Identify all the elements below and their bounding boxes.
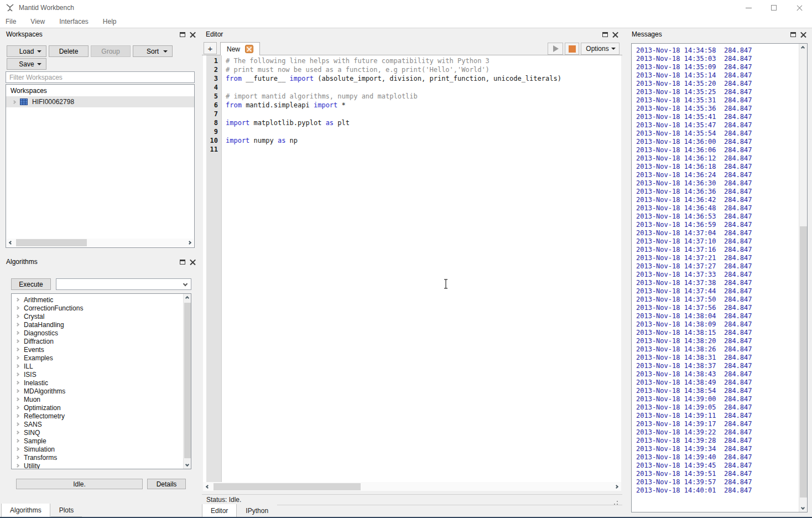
algorithm-category-row[interactable]: Crystal <box>12 312 191 320</box>
filter-workspaces-input[interactable] <box>6 71 195 83</box>
expand-chevron-icon[interactable] <box>12 100 16 103</box>
workspaces-horizontal-scrollbar[interactable] <box>7 239 194 247</box>
scrollbar-thumb[interactable] <box>800 226 807 498</box>
log-entry: 2013-Nov-18 14:39:40 284.847 <box>632 453 807 462</box>
scroll-up-icon[interactable] <box>801 46 805 50</box>
expand-chevron-icon[interactable] <box>15 314 19 318</box>
scroll-right-icon[interactable] <box>615 484 618 488</box>
algorithm-category-row[interactable]: Diffraction <box>12 337 191 345</box>
group-button[interactable]: Group <box>91 45 131 57</box>
scrollbar-thumb[interactable] <box>184 303 191 458</box>
editor-tab-new[interactable]: New <box>220 42 260 55</box>
close-panel-icon[interactable] <box>800 32 806 38</box>
menu-item-interfaces[interactable]: Interfaces <box>59 18 89 25</box>
expand-chevron-icon[interactable] <box>15 464 19 468</box>
menu-item-file[interactable]: File <box>6 18 16 25</box>
algorithm-category-row[interactable]: Events <box>12 345 191 354</box>
algorithm-category-row[interactable]: Simulation <box>12 445 191 453</box>
algorithm-category-row[interactable]: DataHandling <box>12 320 191 329</box>
expand-chevron-icon[interactable] <box>15 414 19 418</box>
algorithm-category-row[interactable]: Arithmetic <box>12 296 191 304</box>
tab-editor[interactable]: Editor <box>202 504 237 518</box>
execute-button[interactable]: Execute <box>11 278 51 290</box>
expand-chevron-icon[interactable] <box>15 431 19 434</box>
minimize-button[interactable] <box>736 0 761 15</box>
options-button[interactable]: Options <box>581 43 620 55</box>
sort-button[interactable]: Sort <box>133 45 173 57</box>
expand-chevron-icon[interactable] <box>15 331 19 335</box>
left-dock-tabbar: Algorithms Plots <box>1 504 82 517</box>
delete-button[interactable]: Delete <box>49 45 89 57</box>
run-script-button[interactable] <box>548 43 563 55</box>
expand-chevron-icon[interactable] <box>15 455 19 459</box>
algorithm-category-row[interactable]: SINQ <box>12 428 191 437</box>
float-panel-icon[interactable] <box>790 32 796 37</box>
algorithm-category-row[interactable]: CorrectionFunctions <box>12 304 191 312</box>
scroll-left-icon[interactable] <box>9 241 13 245</box>
algorithm-category-row[interactable]: Utility <box>12 462 191 469</box>
abort-script-button[interactable] <box>565 43 579 55</box>
expand-chevron-icon[interactable] <box>15 298 19 302</box>
expand-chevron-icon[interactable] <box>15 306 19 310</box>
messages-vertical-scrollbar[interactable] <box>799 44 807 512</box>
size-grip-icon[interactable] <box>617 501 618 502</box>
algorithms-vertical-scrollbar[interactable] <box>183 294 191 469</box>
scroll-down-icon[interactable] <box>801 506 805 510</box>
expand-chevron-icon[interactable] <box>15 348 19 351</box>
details-button[interactable]: Details <box>147 479 186 489</box>
algorithm-category-row[interactable]: SANS <box>12 420 191 428</box>
expand-chevron-icon[interactable] <box>15 447 19 451</box>
float-panel-icon[interactable] <box>180 32 185 37</box>
expand-chevron-icon[interactable] <box>15 323 19 327</box>
expand-chevron-icon[interactable] <box>15 406 19 410</box>
expand-chevron-icon[interactable] <box>15 397 19 401</box>
code-editor[interactable]: 1# The following line helps with future … <box>203 55 621 482</box>
scroll-right-icon[interactable] <box>188 241 191 245</box>
menu-item-view[interactable]: View <box>30 18 45 25</box>
tab-algorithms[interactable]: Algorithms <box>1 504 50 517</box>
workspace-item[interactable]: HIFI00062798 <box>6 96 194 107</box>
scrollbar-thumb[interactable] <box>214 483 361 490</box>
save-button[interactable]: Save <box>7 58 46 70</box>
algorithm-category-row[interactable]: Inelastic <box>12 379 191 387</box>
algorithm-category-row[interactable]: Muon <box>12 395 191 403</box>
scrollbar-thumb[interactable] <box>16 239 87 246</box>
algorithm-category-row[interactable]: Transforms <box>12 453 191 462</box>
expand-chevron-icon[interactable] <box>15 339 19 343</box>
menu-item-help[interactable]: Help <box>103 18 117 25</box>
expand-chevron-icon[interactable] <box>15 422 19 426</box>
scroll-up-icon[interactable] <box>185 296 189 300</box>
expand-chevron-icon[interactable] <box>15 389 19 393</box>
close-tab-icon[interactable] <box>245 45 253 53</box>
close-window-button[interactable] <box>787 0 812 15</box>
algorithm-category-row[interactable]: Optimization <box>12 403 191 412</box>
algorithm-category-row[interactable]: ILL <box>12 362 191 370</box>
algorithm-category-row[interactable]: Reflectometry <box>12 412 191 420</box>
expand-chevron-icon[interactable] <box>15 356 19 360</box>
algorithm-category-row[interactable]: Diagnostics <box>12 329 191 337</box>
float-panel-icon[interactable] <box>602 32 608 37</box>
log-entry: 2013-Nov-18 14:37:04 284.847 <box>632 229 807 237</box>
expand-chevron-icon[interactable] <box>15 372 19 376</box>
algorithm-search-combobox[interactable] <box>56 278 191 290</box>
close-panel-icon[interactable] <box>190 259 196 265</box>
algorithm-category-row[interactable]: ISIS <box>12 370 191 379</box>
scroll-down-icon[interactable] <box>185 463 189 467</box>
scroll-left-icon[interactable] <box>206 484 210 488</box>
mantid-workbench-window: Mantid Workbench FileViewInterfacesHelp … <box>0 0 812 518</box>
close-panel-icon[interactable] <box>612 32 618 38</box>
tab-ipython[interactable]: IPython <box>237 505 277 518</box>
algorithm-category-row[interactable]: Sample <box>12 437 191 445</box>
load-button[interactable]: Load <box>7 45 46 57</box>
expand-chevron-icon[interactable] <box>15 364 19 368</box>
algorithm-category-row[interactable]: Examples <box>12 354 191 362</box>
expand-chevron-icon[interactable] <box>15 381 19 385</box>
editor-horizontal-scrollbar[interactable] <box>203 482 621 491</box>
algorithm-category-row[interactable]: MDAlgorithms <box>12 387 191 395</box>
expand-chevron-icon[interactable] <box>15 439 19 443</box>
tab-plots[interactable]: Plots <box>50 504 83 517</box>
float-panel-icon[interactable] <box>180 260 185 265</box>
maximize-button[interactable] <box>761 0 787 15</box>
close-panel-icon[interactable] <box>190 32 196 38</box>
new-tab-button[interactable]: + <box>204 42 217 54</box>
